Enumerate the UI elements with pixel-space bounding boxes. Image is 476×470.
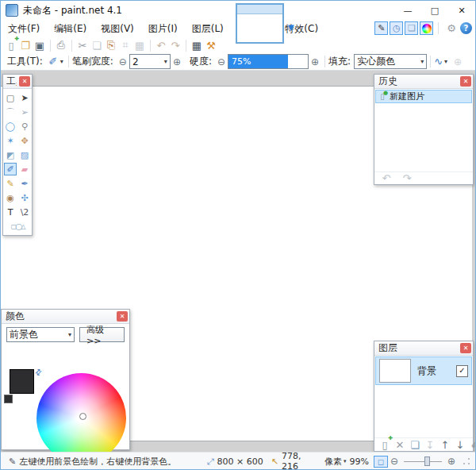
fill-style-combobox[interactable]: 实心颜色▾ [354, 54, 427, 69]
resize-grip[interactable] [463, 457, 470, 465]
menu-item-6[interactable]: 特效(C) [278, 20, 325, 38]
text-tool[interactable]: T [4, 206, 17, 218]
paint-bucket-tool[interactable]: ◩ [4, 148, 17, 161]
maximize-button[interactable]: □ [421, 1, 448, 20]
menu-item-3[interactable]: 图片(I) [141, 20, 185, 38]
hardness-slider-combobox[interactable]: 75% [228, 54, 309, 69]
current-tool-button[interactable]: ✐ [46, 55, 60, 69]
zoom-to-window-button[interactable]: ◻ [374, 456, 388, 468]
window-title: 未命名 - paint.net 4.1 [23, 4, 122, 17]
history-redo-icon[interactable]: ↷ [400, 171, 414, 186]
gradient-tool[interactable]: ▨ [18, 148, 31, 161]
layer-thumbnail [379, 359, 411, 383]
cut-button[interactable]: ✂ [75, 38, 90, 52]
move-selection-tool[interactable]: ➢ [18, 106, 31, 118]
colors-panel-toggle-icon[interactable] [420, 21, 433, 35]
utilities-button[interactable]: ⚒ [204, 38, 218, 52]
history-item[interactable]: ▯● 新建图片 [375, 90, 472, 103]
add-layer-button[interactable]: ▯✚ [378, 437, 392, 452]
help-icon[interactable]: ? [460, 22, 472, 34]
move-layer-up-button[interactable]: ↑ [438, 437, 452, 452]
brush-width-decrease-icon[interactable]: ⊖ [119, 56, 127, 67]
unit-selector[interactable]: 像素 [324, 456, 342, 468]
color-wheel-selector[interactable] [79, 413, 86, 420]
history-panel-toggle-icon[interactable]: ◷ [390, 21, 403, 35]
layer-visibility-checkbox[interactable]: ✓ [456, 365, 468, 377]
duplicate-layer-button[interactable]: ❏ [408, 437, 422, 452]
image-tab-thumbnail[interactable] [236, 3, 284, 44]
status-pencil-icon: ✎ [9, 457, 16, 467]
color-picker-tool[interactable]: ✒ [18, 177, 31, 190]
zoom-slider[interactable] [404, 457, 442, 466]
close-button[interactable]: ✕ [448, 1, 475, 20]
move-selected-pixels-tool[interactable]: ➤ [18, 91, 31, 104]
pixel-grid-button[interactable]: ▦ [190, 38, 204, 52]
layer-properties-button[interactable]: ✐ [468, 437, 476, 452]
move-layer-down-button[interactable]: ↓ [453, 437, 467, 452]
brush-width-label: 笔刷宽度: [72, 55, 113, 68]
print-button[interactable]: ⎙ [54, 38, 68, 52]
lasso-select-tool[interactable]: ⌒ [4, 106, 17, 118]
curve-type-chevron-icon[interactable]: ▾ [444, 58, 447, 65]
minimize-button[interactable]: — [394, 1, 421, 20]
image-list-chevron-down-icon[interactable]: ▼ [288, 23, 294, 32]
pencil-tool[interactable]: ✎ [4, 177, 17, 190]
menu-item-2[interactable]: 视图(V) [94, 20, 141, 38]
deselect-button[interactable]: ▦ [132, 38, 147, 52]
tools-panel-close-icon[interactable]: ✕ [19, 76, 30, 87]
merge-layer-down-button[interactable]: ↧ [423, 437, 437, 452]
color-wheel[interactable] [36, 373, 126, 463]
menu-item-4[interactable]: 图层(L) [185, 20, 231, 38]
history-panel-close-icon[interactable]: ✕ [460, 76, 471, 87]
current-tool-chevron-icon[interactable]: ▾ [60, 58, 63, 65]
foreground-color-swatch[interactable] [10, 369, 34, 394]
brush-width-increase-icon[interactable]: ⊕ [173, 56, 181, 67]
ellipse-select-tool[interactable]: ◯ [4, 120, 17, 133]
save-button[interactable]: ▣ [33, 38, 47, 52]
brush-width-combobox[interactable]: 2▾ [129, 54, 171, 69]
curve-type-icon[interactable]: ∿ [434, 56, 443, 67]
zoom-in-icon[interactable]: ⊕ [447, 456, 455, 467]
recolor-tool[interactable]: ✣ [18, 191, 31, 204]
unit-chevron-icon[interactable]: ▾ [344, 458, 347, 464]
zoom-slider-thumb[interactable] [424, 457, 430, 466]
crop-button[interactable]: ⌗ [118, 38, 132, 52]
magic-wand-tool[interactable]: ✶ [4, 134, 17, 147]
swap-colors-icon[interactable]: ⇄ [33, 367, 44, 378]
redo-button[interactable]: ↷ [168, 38, 182, 52]
image-size: 800 × 600 [217, 457, 263, 467]
zoom-level[interactable]: 99% [349, 457, 368, 467]
layers-panel-close-icon[interactable]: ✕ [460, 343, 471, 353]
hardness-increase-icon[interactable]: ⊕ [311, 56, 319, 67]
pan-tool[interactable]: ✥ [18, 134, 31, 147]
menu-item-0[interactable]: 文件(F) [1, 20, 47, 38]
shapes-tool[interactable]: ▢◯△ [4, 220, 31, 233]
clone-stamp-tool[interactable]: ◉ [4, 191, 17, 204]
paste-button[interactable]: ⎘ [104, 38, 118, 52]
layers-panel-toggle-icon[interactable]: ❏ [405, 21, 418, 35]
antialias-icon[interactable]: ⊕ [454, 56, 462, 67]
eraser-tool[interactable]: ▰ [18, 163, 31, 175]
settings-gear-icon[interactable]: ⚙ [447, 22, 456, 34]
mini-color-swatch[interactable] [4, 395, 13, 403]
tools-panel-toggle-icon[interactable]: ✎ [374, 21, 388, 35]
zoom-tool[interactable]: ⚲ [18, 120, 31, 133]
layer-row-background[interactable]: 背景 ✓ [375, 356, 472, 385]
line-curve-tool[interactable]: \2 [18, 206, 31, 218]
copy-button[interactable]: ❏ [90, 38, 104, 52]
menu-item-1[interactable]: 编辑(E) [47, 20, 94, 38]
image-size-icon: ⤢ [207, 457, 214, 467]
color-mode-combobox[interactable]: 前景色▾ [6, 327, 75, 342]
new-image-button[interactable]: ▯✚ [4, 38, 18, 52]
advanced-colors-button[interactable]: 高级 >> [79, 327, 125, 342]
panel-toggle-group: ✎◷❏ ⚙ ? [374, 21, 472, 35]
paintbrush-tool[interactable]: ✐ [4, 163, 17, 175]
history-undo-icon[interactable]: ↶ [379, 171, 393, 186]
open-button[interactable]: ❐ [18, 38, 33, 52]
undo-button[interactable]: ↶ [154, 38, 168, 52]
hardness-decrease-icon[interactable]: ⊖ [217, 56, 225, 67]
rectangle-select-tool[interactable]: ▢ [4, 91, 17, 104]
zoom-out-icon[interactable]: ⊖ [390, 456, 398, 467]
colors-panel-close-icon[interactable]: ✕ [117, 311, 128, 322]
delete-layer-button[interactable]: ✕ [393, 437, 407, 452]
